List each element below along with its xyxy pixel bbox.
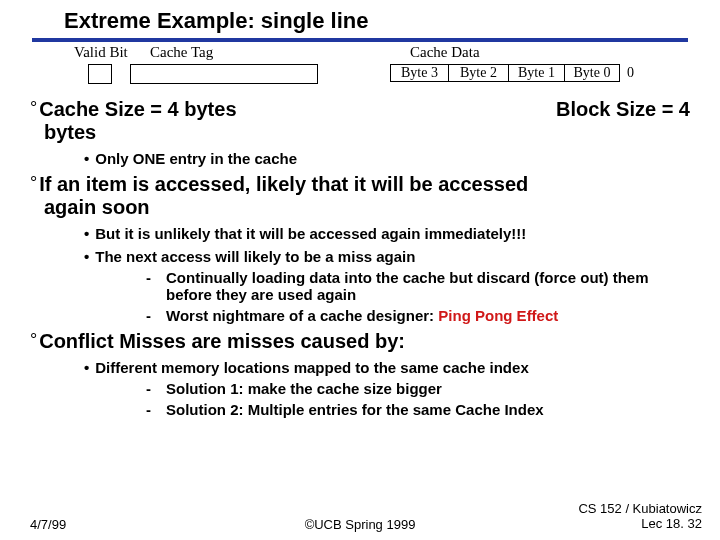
bullet-icon: ° — [30, 173, 37, 193]
cache-data-box: Byte 3 Byte 2 Byte 1 Byte 0 — [390, 64, 620, 84]
dash-icon: - — [146, 380, 166, 397]
dot-icon: • — [84, 248, 89, 265]
subsub-worst-nightmare: -Worst nightmare of a cache designer: Pi… — [146, 307, 690, 324]
ping-pong-effect: Ping Pong Effect — [438, 307, 558, 324]
point-cache-size: °Cache Size = 4 bytes Block Size = 4 byt… — [30, 98, 690, 144]
cache-size-text: Cache Size = 4 bytes — [39, 98, 236, 120]
label-valid-bit: Valid Bit — [74, 44, 128, 61]
cache-diagram: Byte 3 Byte 2 Byte 1 Byte 0 0 — [0, 64, 720, 86]
sub-only-one-entry: •Only ONE entry in the cache — [84, 150, 690, 167]
bullet-icon: ° — [30, 330, 37, 350]
sub-different-locations: •Different memory locations mapped to th… — [84, 359, 690, 376]
trailing-zero: 0 — [627, 65, 634, 81]
dash-icon: - — [146, 401, 166, 418]
point-accessed-likely: °If an item is accessed, likely that it … — [30, 173, 690, 219]
valid-bit-box — [88, 64, 112, 84]
label-cache-tag: Cache Tag — [150, 44, 213, 61]
byte3-cell: Byte 3 — [390, 64, 448, 82]
sub-unlikely-immediate: •But it is unlikely that it will be acce… — [84, 225, 690, 242]
sub-next-access-miss: •The next access will likely to be a mis… — [84, 248, 690, 265]
cache-tag-box — [130, 64, 318, 84]
block-size-text: Block Size = 4 — [556, 98, 690, 121]
byte2-cell: Byte 2 — [448, 64, 508, 82]
diagram-labels: Valid Bit Cache Tag Cache Data — [0, 42, 720, 64]
subsub-solution2: -Solution 2: Multiple entries for the sa… — [146, 401, 690, 418]
point-conflict-misses: °Conflict Misses are misses caused by: — [30, 330, 690, 353]
bytes-line: bytes — [30, 121, 690, 144]
slide: Extreme Example: single line Valid Bit C… — [0, 0, 720, 540]
dot-icon: • — [84, 225, 89, 242]
bullet-icon: ° — [30, 98, 37, 118]
subsub-continually-loading: -Continually loading data into the cache… — [146, 269, 690, 303]
subsub-solution1: -Solution 1: make the cache size bigger — [146, 380, 690, 397]
label-cache-data: Cache Data — [410, 44, 480, 61]
byte0-cell: Byte 0 — [564, 64, 620, 82]
dash-icon: - — [146, 269, 166, 303]
dash-icon: - — [146, 307, 166, 324]
footer-lecture: Lec 18. 32 — [641, 516, 702, 531]
footer-course: CS 152 / Kubiatowicz Lec 18. 32 — [578, 502, 702, 532]
slide-title: Extreme Example: single line — [0, 0, 720, 38]
slide-body: °Cache Size = 4 bytes Block Size = 4 byt… — [0, 86, 720, 418]
dot-icon: • — [84, 359, 89, 376]
dot-icon: • — [84, 150, 89, 167]
byte1-cell: Byte 1 — [508, 64, 564, 82]
